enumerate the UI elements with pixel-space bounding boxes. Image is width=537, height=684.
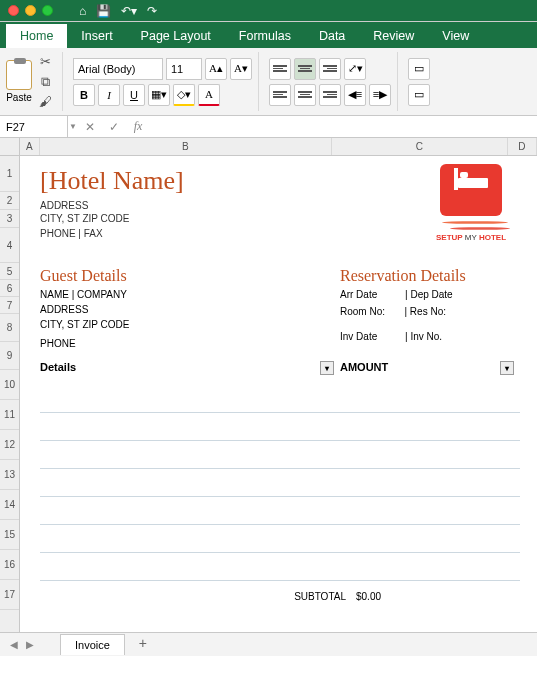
row-header[interactable]: 15 [0, 520, 19, 550]
amount-header: AMOUNT ▾ [340, 361, 520, 373]
tab-nav-prev-icon[interactable]: ◀ [8, 639, 20, 651]
row-headers: 1 2 3 4 5 6 7 8 9 10 11 12 13 14 15 16 1… [0, 156, 20, 632]
increase-indent-button[interactable]: ≡▶ [369, 84, 391, 106]
details-header: Details ▾ [40, 361, 340, 373]
undo-icon[interactable]: ↶▾ [121, 4, 137, 18]
row-header[interactable]: 6 [0, 280, 19, 297]
paste-button[interactable]: Paste [6, 60, 32, 103]
tab-data[interactable]: Data [305, 24, 359, 48]
increase-font-button[interactable]: A▴ [205, 58, 227, 80]
amount-filter-icon[interactable]: ▾ [500, 361, 514, 375]
tab-review[interactable]: Review [359, 24, 428, 48]
grid-body[interactable]: [Hotel Name] ADDRESS CITY, ST ZIP CODE P… [20, 156, 537, 632]
align-middle-button[interactable] [294, 58, 316, 80]
line-item[interactable] [40, 497, 520, 525]
format-painter-icon[interactable]: 🖌 [36, 94, 54, 110]
column-header[interactable]: C [332, 138, 508, 155]
subtotal-label: SUBTOTAL [40, 591, 356, 602]
row-header[interactable]: 3 [0, 210, 19, 228]
row-header[interactable]: 10 [0, 370, 19, 400]
name-box[interactable]: F27 [0, 116, 68, 137]
guest-name: NAME | COMPANY [40, 289, 340, 300]
line-item[interactable] [40, 385, 520, 413]
row-header[interactable]: 1 [0, 156, 19, 192]
tab-formulas[interactable]: Formulas [225, 24, 305, 48]
decrease-indent-button[interactable]: ◀≡ [344, 84, 366, 106]
dates-row: Arr Date | Dep Date [340, 289, 520, 300]
bold-button[interactable]: B [73, 84, 95, 106]
row-header[interactable]: 5 [0, 263, 19, 280]
clipboard-group: Paste ✂ ⧉ 🖌 [6, 52, 63, 111]
tab-insert[interactable]: Insert [67, 24, 126, 48]
copy-icon[interactable]: ⧉ [36, 74, 54, 90]
ribbon-tabs: Home Insert Page Layout Formulas Data Re… [0, 22, 537, 48]
cancel-formula-icon[interactable]: ✕ [78, 120, 102, 134]
line-items [40, 385, 520, 581]
merge-button[interactable]: ▭ [408, 84, 430, 106]
line-item[interactable] [40, 553, 520, 581]
row-header[interactable]: 12 [0, 430, 19, 460]
wrap-text-button[interactable]: ▭ [408, 58, 430, 80]
column-header[interactable]: B [40, 138, 333, 155]
window-minimize-icon[interactable] [25, 5, 36, 16]
window-zoom-icon[interactable] [42, 5, 53, 16]
row-header[interactable]: 8 [0, 314, 19, 342]
tab-home[interactable]: Home [6, 24, 67, 48]
cut-icon[interactable]: ✂ [36, 54, 54, 70]
font-size-select[interactable] [166, 58, 202, 80]
row-header[interactable]: 16 [0, 550, 19, 580]
row-header[interactable]: 13 [0, 460, 19, 490]
decrease-font-button[interactable]: A▾ [230, 58, 252, 80]
name-box-dropdown-icon[interactable]: ▼ [68, 122, 78, 131]
sheet-tab-invoice[interactable]: Invoice [60, 634, 125, 655]
guest-city: CITY, ST ZIP CODE [40, 319, 340, 330]
row-header[interactable]: 7 [0, 297, 19, 314]
row-header[interactable]: 4 [0, 228, 19, 263]
reservation-details-title: Reservation Details [340, 267, 520, 285]
fill-color-button[interactable]: ◇▾ [173, 84, 195, 106]
column-header[interactable]: D [508, 138, 537, 155]
alignment-group: ⤢▾ ◀≡ ≡▶ [263, 52, 398, 111]
details-filter-icon[interactable]: ▾ [320, 361, 334, 375]
guest-phone: PHONE [40, 338, 340, 349]
add-sheet-button[interactable]: + [133, 635, 153, 655]
font-name-select[interactable] [73, 58, 163, 80]
line-item[interactable] [40, 525, 520, 553]
underline-button[interactable]: U [123, 84, 145, 106]
fx-icon[interactable]: fx [126, 119, 150, 134]
row-header[interactable]: 2 [0, 192, 19, 210]
guest-address: ADDRESS [40, 304, 340, 315]
ribbon-body: Paste ✂ ⧉ 🖌 A▴ A▾ B I U ▦▾ ◇▾ A ⤢▾ [0, 48, 537, 116]
row-header[interactable]: 9 [0, 342, 19, 370]
select-all-corner[interactable] [0, 138, 20, 156]
row-header[interactable]: 11 [0, 400, 19, 430]
paste-label: Paste [6, 92, 32, 103]
align-top-button[interactable] [269, 58, 291, 80]
column-headers: A B C D [20, 138, 537, 156]
row-header[interactable]: 17 [0, 580, 19, 610]
align-left-button[interactable] [269, 84, 291, 106]
line-item[interactable] [40, 413, 520, 441]
line-item[interactable] [40, 469, 520, 497]
subtotal-row: SUBTOTAL $0.00 [40, 591, 520, 602]
window-close-icon[interactable] [8, 5, 19, 16]
formula-input[interactable] [150, 116, 537, 137]
row-header[interactable]: 14 [0, 490, 19, 520]
border-button[interactable]: ▦▾ [148, 84, 170, 106]
align-bottom-button[interactable] [319, 58, 341, 80]
tab-view[interactable]: View [428, 24, 483, 48]
tab-page-layout[interactable]: Page Layout [127, 24, 225, 48]
align-right-button[interactable] [319, 84, 341, 106]
column-header[interactable]: A [20, 138, 40, 155]
line-item[interactable] [40, 441, 520, 469]
font-group: A▴ A▾ B I U ▦▾ ◇▾ A [67, 52, 259, 111]
font-color-button[interactable]: A [198, 84, 220, 106]
align-center-button[interactable] [294, 84, 316, 106]
italic-button[interactable]: I [98, 84, 120, 106]
tab-nav-next-icon[interactable]: ▶ [24, 639, 36, 651]
save-icon[interactable]: 💾 [96, 4, 111, 18]
orientation-button[interactable]: ⤢▾ [344, 58, 366, 80]
redo-icon[interactable]: ↷ [147, 4, 157, 18]
accept-formula-icon[interactable]: ✓ [102, 120, 126, 134]
home-icon[interactable]: ⌂ [79, 4, 86, 18]
